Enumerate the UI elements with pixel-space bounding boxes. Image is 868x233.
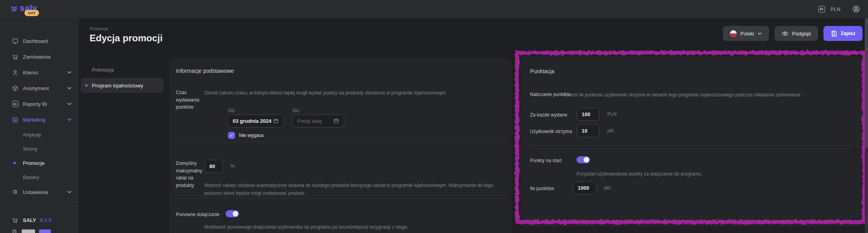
clipped-version [39,229,51,233]
tab-promotion[interactable]: Promocja [81,62,164,77]
cart-icon [12,217,19,224]
app-name: SALY [23,217,36,223]
check-icon: ✓ [230,133,233,138]
date-to-placeholder: Podaj datę [297,118,322,124]
date-from-label: Od: [228,107,235,115]
calendar-icon [273,118,279,124]
sidebar-item-label: Marketing [23,117,67,123]
sidebar-item-clients[interactable]: Klienci [0,65,79,80]
page-title: Edycja promocji [90,33,162,44]
app-version: 8.2.0 [40,217,51,223]
sidebar-item-label: Asortyment [23,85,67,91]
points-panel: Punktacja Naliczanie punktów Określ ile … [521,56,861,226]
user-icon [12,69,19,76]
preview-button[interactable]: Podgląd [775,26,818,41]
language-label: Polski [740,31,754,37]
eye-icon [782,30,788,37]
currency-bi-icon[interactable]: Bi [818,6,825,13]
sidebar-subitem-pages[interactable]: Strony [0,142,79,156]
discount-unit: % [230,163,235,169]
promotion-subnav: Promocja Program lojalnościowy [81,62,164,93]
chevron-down-icon [67,70,72,75]
chevron-down-icon [67,117,72,122]
sidebar-item-orders[interactable]: Zamówienia [0,49,79,65]
subitem-label: Promocje [23,160,45,166]
spent-unit: PLN [607,111,616,117]
section-divider [176,198,506,198]
marketing-icon [12,116,19,123]
no-expiry-label: Nie wygasa [239,132,263,139]
tab-label: Program lojalnościowy [92,83,143,89]
how-many-unit: pkt [604,185,610,190]
field-desc-discount: Wartość rabatu zostanie automatycznie do… [204,181,504,198]
subitem-label: Artykuły [23,132,41,138]
toggle-knob [584,157,589,163]
sidebar-subitem-promotions[interactable]: Promocje [0,156,79,170]
how-many-input[interactable]: 1000 [573,181,597,194]
sidebar-subitem-banners[interactable]: Banery [0,170,79,184]
date-to-input[interactable]: Podaj datę [292,115,344,128]
sidebar-divider [0,205,79,206]
subitem-label: Banery [23,174,39,180]
sidebar-item-reports-bi[interactable]: Bi Raporty BI [0,96,79,112]
field-label-spent: Za każde wydane [530,111,567,119]
active-dot [13,162,16,164]
field-desc-start-points: Przydziel użytkownikowi punkty za dołącz… [577,170,845,178]
language-selector[interactable]: Polski [723,26,769,41]
panel-title: Punktacja [530,68,554,74]
monitor-icon [12,38,19,44]
field-label-period: Czas wydawania punktów [176,89,203,111]
subitem-label: Strony [23,146,38,152]
scrollbar-thumb[interactable] [865,18,868,148]
tab-label: Promocja [92,67,114,73]
gear-icon: ⚙ [12,229,17,233]
gear-icon: ⚙ [12,189,19,196]
sidebar: Dashboard Zamówienia Klienci Asortyment … [0,18,79,233]
save-button[interactable]: Zapisz [823,26,862,41]
sidebar-item-marketing[interactable]: Marketing [0,112,79,128]
package-icon [12,85,19,92]
section-divider [176,142,506,142]
clipped-text [22,229,35,233]
discount-input[interactable]: 80 [204,160,223,173]
sidebar-subitem-articles[interactable]: Artykuły [0,128,79,142]
breadcrumb[interactable]: Promocje [90,26,108,31]
sidebar-item-label: Dashboard [23,38,72,44]
sidebar-item-label: Klienci [23,70,67,76]
field-label-how-many: Ile punktów [530,185,554,192]
no-expiry-checkbox[interactable]: ✓ [228,132,235,139]
app-version-row: SALY 8.2.0 [0,212,79,228]
currency-label[interactable]: PLN [831,6,840,12]
tab-loyalty-program[interactable]: Program lojalnościowy [81,78,164,93]
bi-icon: Bi [12,101,19,107]
field-label-start-points: Punkty na start [530,157,562,165]
receive-input[interactable]: 10 [577,124,599,137]
field-desc-accrual: Określ ile punktów użytkownik otrzyma w … [564,91,848,99]
field-label-discount: Domyślny maksymalny rabat na produkty [176,160,204,189]
environment-badge: UAT [24,10,39,16]
receive-unit: pkt [607,128,614,133]
topbar: saly UAT Bi PLN [0,0,868,18]
sidebar-item-dashboard[interactable]: Dashboard [0,33,79,49]
chevron-down-icon [758,31,762,36]
receive-value: 10 [582,128,587,134]
spent-input[interactable]: 100 [577,108,599,121]
how-many-value: 1000 [578,185,589,191]
cart-icon [12,54,19,60]
field-desc-period: Określ zakres czasu, w którym klienci bę… [204,89,500,97]
active-dot [85,84,88,87]
date-from-input[interactable]: 03 grudnia 2024 [228,115,284,128]
calendar-icon [333,118,339,124]
save-label: Zapisz [841,31,855,36]
rejoin-toggle[interactable] [226,210,239,217]
start-points-toggle[interactable] [577,156,590,163]
app-logo[interactable]: saly UAT [10,0,37,18]
sidebar-item-settings[interactable]: ⚙ Ustawienia [0,184,79,200]
profile-icon[interactable] [852,5,860,13]
page-scrollbar[interactable] [865,18,868,233]
basic-info-panel: Informacje podstawowe Czas wydawania pun… [170,58,512,233]
date-to-label: Do: [293,107,300,115]
sidebar-item-assortment[interactable]: Asortyment [0,80,79,96]
preview-label: Podgląd [792,31,811,37]
field-label-rejoin: Ponowne dołączanie [176,211,220,218]
